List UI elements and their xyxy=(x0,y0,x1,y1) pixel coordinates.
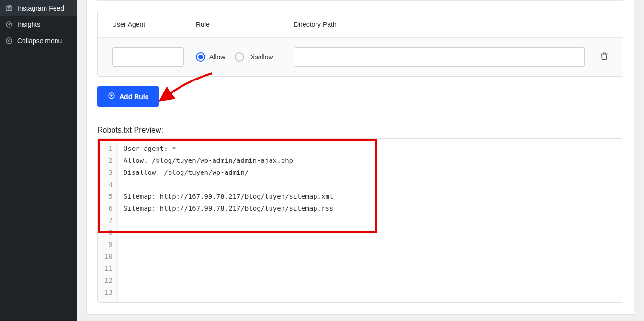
trash-icon xyxy=(600,52,609,62)
code-line xyxy=(124,215,617,227)
add-rule-label: Add Rule xyxy=(119,93,148,101)
disallow-radio[interactable]: Disallow xyxy=(235,52,273,62)
add-rule-button[interactable]: Add Rule xyxy=(97,86,159,107)
delete-rule-button[interactable] xyxy=(600,52,609,62)
code-line xyxy=(124,287,617,298)
robots-preview-label: Robots.txt Preview: xyxy=(97,126,623,135)
sidebar-item-label: Instagram Feed xyxy=(17,4,64,12)
camera-icon xyxy=(5,4,13,12)
code-line xyxy=(124,251,617,263)
gauge-icon xyxy=(5,20,13,29)
line-number: 5 xyxy=(101,191,113,203)
rule-row: Allow Disallow xyxy=(98,37,623,76)
main-content: User Agent Rule Directory Path Allow Dis xyxy=(77,0,644,321)
plus-circle-icon xyxy=(108,92,115,101)
divider xyxy=(97,0,623,1)
rules-table: User Agent Rule Directory Path Allow Dis xyxy=(97,11,623,77)
line-number: 9 xyxy=(101,239,113,251)
sidebar-item-collapse-menu[interactable]: Collapse menu xyxy=(0,33,77,49)
code-line: Sitemap: http://167.99.78.217/blog/tuyen… xyxy=(124,191,617,203)
rules-header-row: User Agent Rule Directory Path xyxy=(98,11,623,37)
admin-sidebar: Instagram Feed Insights Collapse menu xyxy=(0,0,77,321)
code-line: Sitemap: http://167.99.78.217/blog/tuyen… xyxy=(124,203,617,215)
column-header-user-agent: User Agent xyxy=(112,21,196,28)
sidebar-item-label: Insights xyxy=(17,21,40,28)
sidebar-item-instagram-feed[interactable]: Instagram Feed xyxy=(0,0,77,16)
directory-path-input[interactable] xyxy=(294,47,585,67)
line-number: 6 xyxy=(101,203,113,215)
user-agent-input[interactable] xyxy=(112,47,184,67)
code-line: User-agent: * xyxy=(124,143,617,155)
chevron-left-icon xyxy=(5,36,13,45)
robots-preview-editor[interactable]: 12345678910111213 User-agent: *Allow: /b… xyxy=(97,138,623,303)
allow-label: Allow xyxy=(209,53,225,61)
code-line xyxy=(124,179,617,191)
column-header-rule: Rule xyxy=(196,21,294,28)
code-line xyxy=(124,227,617,239)
code-line: Disallow: /blog/tuyen/wp-admin/ xyxy=(124,167,617,179)
line-number: 11 xyxy=(101,263,113,275)
line-number: 13 xyxy=(101,287,113,298)
code-line xyxy=(124,275,617,287)
svg-rect-2 xyxy=(8,5,10,6)
sidebar-item-label: Collapse menu xyxy=(17,37,62,45)
line-number: 7 xyxy=(101,215,113,227)
line-number: 3 xyxy=(101,167,113,179)
line-number: 8 xyxy=(101,227,113,239)
line-number: 10 xyxy=(101,251,113,263)
allow-radio[interactable]: Allow xyxy=(196,52,225,62)
line-number: 2 xyxy=(101,155,113,167)
radio-checked-icon xyxy=(196,52,205,62)
svg-rect-0 xyxy=(6,6,12,11)
line-number: 12 xyxy=(101,275,113,287)
code-line xyxy=(124,239,617,251)
svg-point-5 xyxy=(6,38,12,44)
radio-unchecked-icon xyxy=(235,52,244,62)
line-number: 4 xyxy=(101,179,113,191)
column-header-directory-path: Directory Path xyxy=(294,21,585,28)
sidebar-item-insights[interactable]: Insights xyxy=(0,16,77,33)
code-line: Allow: /blog/tuyen/wp-admin/admin-ajax.p… xyxy=(124,155,617,167)
code-lines: User-agent: *Allow: /blog/tuyen/wp-admin… xyxy=(118,139,623,302)
line-number: 1 xyxy=(101,143,113,155)
code-line xyxy=(124,263,617,275)
disallow-label: Disallow xyxy=(248,53,273,61)
code-gutter: 12345678910111213 xyxy=(98,139,118,302)
svg-point-1 xyxy=(8,7,10,9)
svg-point-4 xyxy=(9,24,10,25)
rule-radio-group: Allow Disallow xyxy=(196,52,294,62)
